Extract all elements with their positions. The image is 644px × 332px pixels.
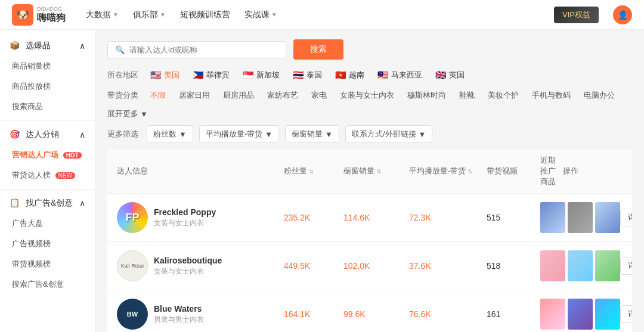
- region-th[interactable]: 🇹🇭 泰国: [289, 68, 326, 82]
- category-computer[interactable]: 电脑办公: [580, 88, 618, 103]
- sidebar-item-search-products[interactable]: 搜索商品: [0, 97, 95, 117]
- window-sales-filter[interactable]: 橱窗销量 ▼: [285, 125, 339, 143]
- col-fans[interactable]: 粉丝量 ⇅: [284, 155, 343, 187]
- table-row: Kali Rose Kaliroseboutique 女装与女士内衣 449.5…: [107, 242, 632, 290]
- package-icon: 📦: [10, 41, 20, 50]
- fans-2: 449.5K: [284, 261, 343, 271]
- sidebar-item-influencer-rank[interactable]: 带货达人榜 NEW: [0, 165, 95, 185]
- avg-play-1: 72.3K: [409, 213, 487, 222]
- flag-us: 🇺🇸: [150, 70, 162, 80]
- hot-badge: HOT: [63, 152, 82, 159]
- category-beauty[interactable]: 美妆个护: [484, 88, 522, 103]
- content-area: 🔍 搜索 所在地区 🇺🇸 美国 🇵🇭 菲律宾 🇸🇬 新加坡 🇹🇭 泰: [95, 30, 644, 332]
- window-sales-1: 114.6K: [343, 213, 409, 222]
- expand-more-button[interactable]: 展开更多 ▼: [107, 108, 148, 119]
- logo-name: 嗨喵狗: [37, 13, 66, 23]
- detail-button-2[interactable]: 详情: [620, 257, 632, 275]
- category-women[interactable]: 女装与女士内衣: [336, 88, 398, 103]
- category-kitchen[interactable]: 厨房用品: [219, 88, 258, 103]
- region-sg[interactable]: 🇸🇬 新加坡: [239, 68, 283, 82]
- region-vn[interactable]: 🇻🇳 越南: [332, 68, 368, 82]
- action-buttons-3: 详情 收藏: [620, 305, 632, 323]
- flag-sg: 🇸🇬: [243, 70, 254, 80]
- col-window-sales[interactable]: 橱窗销量 ⇅: [343, 155, 409, 187]
- video-count-1: 515: [487, 213, 540, 222]
- influencer-category-2: 女装与女士内衣: [154, 266, 222, 277]
- region-my[interactable]: 🇲🇾 马来西亚: [374, 68, 426, 82]
- category-shoes[interactable]: 鞋靴: [456, 88, 478, 103]
- contact-filter[interactable]: 联系方式/外部链接 ▼: [345, 125, 433, 143]
- nav-item-training[interactable]: 短视频训练营: [180, 10, 230, 20]
- flag-my: 🇲🇾: [377, 70, 389, 80]
- category-home[interactable]: 居家日用: [175, 88, 213, 103]
- influencer-info-2: Kali Rose Kaliroseboutique 女装与女士内衣: [117, 250, 284, 281]
- fans-filter[interactable]: 粉丝数 ▼: [147, 125, 193, 143]
- category-all[interactable]: 不限: [147, 88, 169, 103]
- category-appliance[interactable]: 家电: [308, 88, 330, 103]
- chevron-down-icon: ▼: [113, 11, 119, 18]
- detail-button-3[interactable]: 详情: [620, 305, 632, 323]
- new-badge: NEW: [55, 172, 75, 179]
- product-thumb: [540, 250, 565, 281]
- chevron-up-icon: ∧: [79, 130, 85, 139]
- sidebar-item-ad-dashboard[interactable]: 广告大盘: [0, 213, 95, 234]
- nav-item-bigdata[interactable]: 大数据 ▼: [86, 10, 119, 20]
- more-filters-label: 更多筛选: [107, 129, 138, 139]
- user-avatar[interactable]: 👤: [613, 5, 632, 24]
- product-thumb: [568, 299, 593, 330]
- logo-icon: 🐶: [12, 4, 33, 26]
- category-muslim[interactable]: 穆斯林时尚: [404, 88, 450, 103]
- avg-play-filter[interactable]: 平均播放量-带货 ▼: [199, 125, 279, 143]
- sidebar-item-ad-video-rank[interactable]: 广告视频榜: [0, 234, 95, 254]
- chevron-down-icon: ▼: [160, 11, 166, 18]
- ad-icon: 📋: [10, 198, 20, 207]
- sidebar-item-marketing-plaza[interactable]: 营销达人广场 HOT: [0, 145, 95, 165]
- action-buttons-2: 详情 收藏: [620, 257, 632, 275]
- sidebar-section-influencer[interactable]: 🎯 达人分销 ∧: [0, 125, 95, 145]
- sidebar-section-products[interactable]: 📦 选爆品 ∧: [0, 36, 95, 56]
- sidebar-item-sales-rank[interactable]: 商品销量榜: [0, 56, 95, 76]
- influencer-name-1: Freckled Poppy: [154, 207, 216, 217]
- category-textile[interactable]: 家纺布艺: [264, 88, 302, 103]
- avg-play-3: 76.6K: [409, 309, 487, 319]
- chevron-up-icon: ∧: [79, 198, 85, 208]
- table-row: BW Blue Waters 男装与男士内衣 164.1K 99.6K 76.6…: [107, 290, 632, 332]
- category-label: 带货分类: [107, 90, 138, 101]
- col-avg-play[interactable]: 平均播放量-带货 ⇅: [409, 155, 487, 187]
- influencer-table: 达人信息 粉丝量 ⇅ 橱窗销量 ⇅ 平均播放量-带货 ⇅ 带货视频: [107, 149, 632, 332]
- influencer-avatar-kr: Kali Rose: [117, 250, 148, 281]
- fans-1: 235.2K: [284, 213, 343, 222]
- more-filter-row: 更多筛选 粉丝数 ▼ 平均播放量-带货 ▼ 橱窗销量 ▼ 联系方式/外部链接 ▼: [107, 125, 632, 143]
- vip-button[interactable]: VIP权益: [554, 7, 599, 23]
- sort-icon: ⇅: [467, 168, 472, 175]
- sidebar-section-ads[interactable]: 📋 找广告&创意 ∧: [0, 193, 95, 213]
- video-count-2: 518: [487, 261, 540, 271]
- target-icon: 🎯: [10, 129, 20, 139]
- sidebar-item-search-ads[interactable]: 搜索广告&创意: [0, 274, 95, 294]
- col-recent-products: 近期推广商品: [540, 155, 563, 187]
- product-thumb: [595, 299, 620, 330]
- chevron-down-icon: ▼: [325, 130, 333, 139]
- sidebar-item-product-video-rank[interactable]: 带货视频榜: [0, 254, 95, 274]
- search-input-wrap[interactable]: 🔍: [107, 41, 286, 58]
- influencer-info-3: BW Blue Waters 男装与男士内衣: [117, 299, 284, 330]
- influencer-name-2: Kaliroseboutique: [154, 256, 222, 265]
- product-thumb: [568, 250, 593, 281]
- region-ph[interactable]: 🇵🇭 菲律宾: [189, 68, 233, 82]
- sidebar-item-ad-rank[interactable]: 商品投放榜: [0, 76, 95, 97]
- search-input[interactable]: [129, 45, 278, 54]
- region-us[interactable]: 🇺🇸 美国: [147, 68, 183, 82]
- product-thumb: [595, 250, 620, 281]
- detail-button-1[interactable]: 详情: [620, 209, 632, 226]
- logo-subtext: DIDADOG: [37, 7, 66, 13]
- influencer-category-3: 男装与男士内衣: [154, 315, 204, 325]
- product-thumb: [568, 202, 593, 233]
- col-videos: 带货视频: [487, 155, 540, 187]
- search-button[interactable]: 搜索: [293, 39, 343, 60]
- category-tech[interactable]: 手机与数码: [528, 88, 574, 103]
- nav-item-club[interactable]: 俱乐部 ▼: [133, 10, 166, 20]
- nav-item-course[interactable]: 实战课 ▼: [244, 10, 277, 20]
- chevron-up-icon: ∧: [79, 41, 85, 51]
- region-gb[interactable]: 🇬🇧 英国: [432, 68, 468, 82]
- product-thumbs-3: [540, 299, 620, 330]
